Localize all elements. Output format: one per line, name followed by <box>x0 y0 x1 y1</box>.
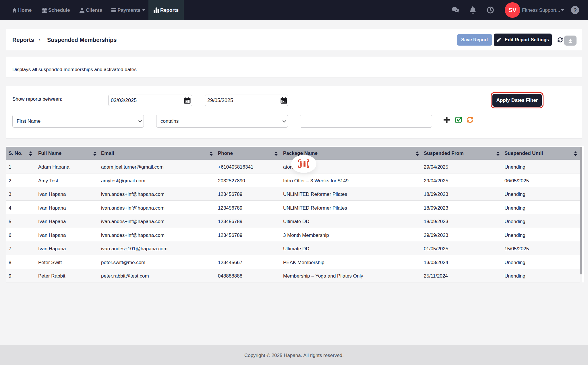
svg-text:?: ? <box>573 7 577 13</box>
